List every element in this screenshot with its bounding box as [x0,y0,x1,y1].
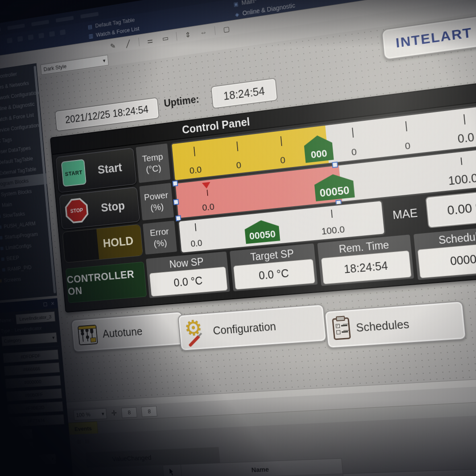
chevron-down-icon: ▾ [52,333,55,342]
color-field-6[interactable]: #F77474 [8,414,65,427]
selection-handle[interactable] [332,162,338,168]
autotune-icon [78,325,98,346]
error-label: Error(%) [143,221,177,255]
tab-events[interactable]: Events [68,421,98,435]
type-label: Type : [0,327,12,333]
tia-portal-window: ▤Default Tag Table ▥Watch & Force List ▣… [0,0,476,476]
number-field-2[interactable]: 1 [11,442,34,453]
element-type-value: LevelIndicator [15,325,42,332]
name-label: Name : [0,317,14,324]
expand-icon[interactable]: ⊞ [77,439,82,445]
category-dropdown[interactable]: Category▾ [1,332,57,346]
schedules-button[interactable]: ✓ Schedules [324,301,466,349]
schedule-readout: Schedule0000 [413,226,476,280]
main-tab-icon: ▣ [232,0,240,10]
selection-handle[interactable] [172,180,178,186]
selection-handle[interactable] [173,199,179,205]
start-icon: START [61,159,86,187]
number-field-1[interactable]: 4 [9,429,33,440]
color-field-3[interactable]: #000000 [5,376,61,389]
now-sp-readout: Now SP0.0 °C [146,251,230,298]
rem-time-readout: Rem. Time18:24:54 [317,234,414,286]
target-sp-readout: Target SP0.0 °C [230,243,318,291]
color-field-4[interactable]: #80B0FF [6,388,62,402]
element-name-field[interactable]: LevelIndicator_3 [15,311,55,324]
shape-tool-icon[interactable]: ▭ [160,33,170,43]
power-label: Power(%) [139,183,174,220]
hmi-design-canvas: INTELART 2021/12/25 18:24:54 Uptime: 18:… [37,9,476,409]
pen-tool-icon[interactable]: ✎ [108,41,118,50]
zoom-dropdown[interactable]: 100 %▾ [73,408,107,420]
menu-item[interactable] [31,19,49,26]
configuration-button[interactable]: ⚙ Configuration [178,304,327,351]
error-setpoint-marker[interactable]: 00050 [244,219,280,244]
font-dropdown[interactable]: Tahoma▾ [11,454,56,466]
menu-item[interactable] [0,27,1,33]
tag-table-icon: ▤ [87,22,94,32]
chevron-down-icon: ▾ [103,57,106,64]
menu-item[interactable] [80,12,98,19]
configuration-icon: ⚙ [185,320,208,344]
stop-button[interactable]: STOP Stop [59,186,140,229]
marquee-select-icon[interactable]: ▢ [221,24,231,34]
color-field-1[interactable]: #DFDFDF [3,350,59,363]
pin-icon[interactable] [43,302,47,306]
properties-header: ✕ [0,298,58,313]
line-tool-icon[interactable]: ╱ [123,39,133,48]
mae-label: MAE [384,196,426,232]
coord-y-field[interactable]: 8 [141,406,157,417]
power-current-marker [202,182,211,189]
temp-label: Temp(°C) [136,143,171,183]
vertical-distribute-icon[interactable]: ⇕ [183,30,193,40]
close-icon[interactable]: ✕ [51,301,55,307]
start-button[interactable]: START Start [56,148,137,193]
watch-list-icon: ▥ [87,31,94,41]
menu-item[interactable] [56,16,74,22]
cursor-icon [169,468,176,476]
chevron-down-icon: ▾ [101,410,104,417]
crosshair-icon: ✛ [111,409,118,418]
autotune-button[interactable]: Autotune [71,311,186,353]
collapse-icon[interactable]: ⊟ [85,438,89,445]
horizontal-distribute-icon[interactable]: ⇔ [199,28,208,37]
number-field-3[interactable]: 2 [13,472,37,476]
uptime-label: Uptime: [164,93,200,110]
uptime-display: 18:24:54 [211,78,278,109]
coord-x-field[interactable]: 8 [121,407,137,418]
color-field-5[interactable]: #F9BE2D [7,402,63,414]
hold-button[interactable]: HOLD [62,224,143,263]
mae-value: 0.00 % [425,189,476,228]
color-field-2[interactable]: #666666 [4,362,60,376]
align-tool-icon[interactable]: ⚌ [145,36,155,45]
stop-icon: STOP [64,197,89,224]
controller-on-button[interactable]: CONTROLLER ON [66,262,147,303]
menu-item[interactable] [7,23,25,30]
schedules-icon: ✓ [332,317,351,340]
chevron-down-icon: ▾ [51,454,54,464]
table-select-all-cell[interactable] [163,464,183,476]
